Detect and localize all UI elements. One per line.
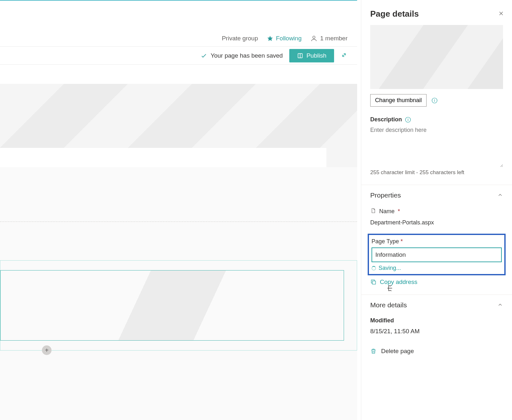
follow-label: Following bbox=[276, 35, 301, 42]
svg-text:i: i bbox=[408, 117, 409, 122]
required-indicator: * bbox=[401, 238, 403, 245]
copy-address-link[interactable]: Copy address bbox=[370, 279, 503, 286]
expand-icon bbox=[340, 52, 348, 59]
change-thumbnail-button[interactable]: Change thumbnail bbox=[370, 94, 427, 107]
hero-banner[interactable] bbox=[0, 84, 357, 167]
panel-title: Page details bbox=[370, 9, 419, 19]
document-icon bbox=[370, 207, 376, 215]
star-icon bbox=[267, 35, 273, 42]
follow-toggle[interactable]: Following bbox=[267, 35, 301, 42]
character-limit-text: 255 character limit - 255 characters lef… bbox=[370, 169, 503, 176]
group-privacy-label: Private group bbox=[222, 35, 258, 42]
svg-point-0 bbox=[313, 36, 315, 38]
chevron-up-icon bbox=[497, 302, 503, 309]
cursor-icon bbox=[386, 285, 393, 293]
more-details-section-header[interactable]: More details bbox=[370, 301, 503, 309]
section-container[interactable]: + bbox=[0, 260, 357, 351]
checkmark-icon bbox=[200, 52, 207, 59]
modified-label: Modified bbox=[370, 317, 503, 324]
name-label: Name bbox=[379, 208, 395, 215]
saving-status: Saving... bbox=[372, 265, 502, 271]
hero-title-card[interactable] bbox=[0, 148, 326, 167]
member-count[interactable]: 1 member bbox=[310, 35, 348, 42]
page-type-label: Page Type bbox=[372, 238, 399, 245]
svg-rect-7 bbox=[372, 281, 376, 284]
delete-page-button[interactable]: Delete page bbox=[370, 348, 503, 355]
expand-button[interactable] bbox=[340, 52, 348, 60]
page-type-input[interactable] bbox=[372, 247, 502, 262]
main-content-area: Private group Following 1 member Your pa… bbox=[0, 0, 357, 420]
spinner-icon bbox=[372, 266, 376, 271]
saved-status: Your page has been saved bbox=[200, 52, 283, 59]
book-icon bbox=[297, 52, 303, 59]
name-value[interactable]: Department-Portals.aspx bbox=[370, 219, 503, 226]
page-type-highlight: Page Type * Saving... bbox=[368, 234, 506, 275]
page-canvas[interactable]: + bbox=[0, 84, 357, 420]
info-icon[interactable]: i bbox=[432, 98, 437, 103]
panel-body[interactable]: Change thumbnail i Description i 255 cha… bbox=[361, 25, 512, 420]
description-label: Description bbox=[370, 116, 402, 123]
properties-section-header[interactable]: Properties bbox=[370, 191, 503, 199]
chevron-up-icon bbox=[497, 192, 503, 199]
info-icon[interactable]: i bbox=[405, 117, 411, 123]
image-webpart[interactable] bbox=[0, 270, 344, 341]
person-icon bbox=[310, 35, 317, 42]
modified-value: 8/15/21, 11:50 AM bbox=[370, 328, 503, 335]
trash-icon bbox=[370, 348, 377, 355]
section-divider bbox=[0, 222, 357, 222]
thumbnail-preview bbox=[370, 25, 503, 89]
add-webpart-button[interactable]: + bbox=[42, 345, 52, 355]
close-icon bbox=[498, 10, 504, 17]
close-panel-button[interactable] bbox=[497, 9, 506, 19]
copy-icon bbox=[370, 279, 377, 285]
description-input[interactable] bbox=[370, 125, 503, 167]
site-header: Private group Following 1 member bbox=[0, 0, 357, 47]
page-details-panel: Page details Change thumbnail i Descript… bbox=[361, 0, 512, 420]
svg-text:i: i bbox=[434, 98, 435, 103]
publish-button[interactable]: Publish bbox=[289, 49, 334, 62]
command-bar: Your page has been saved Publish bbox=[0, 47, 357, 65]
required-indicator: * bbox=[398, 208, 400, 215]
